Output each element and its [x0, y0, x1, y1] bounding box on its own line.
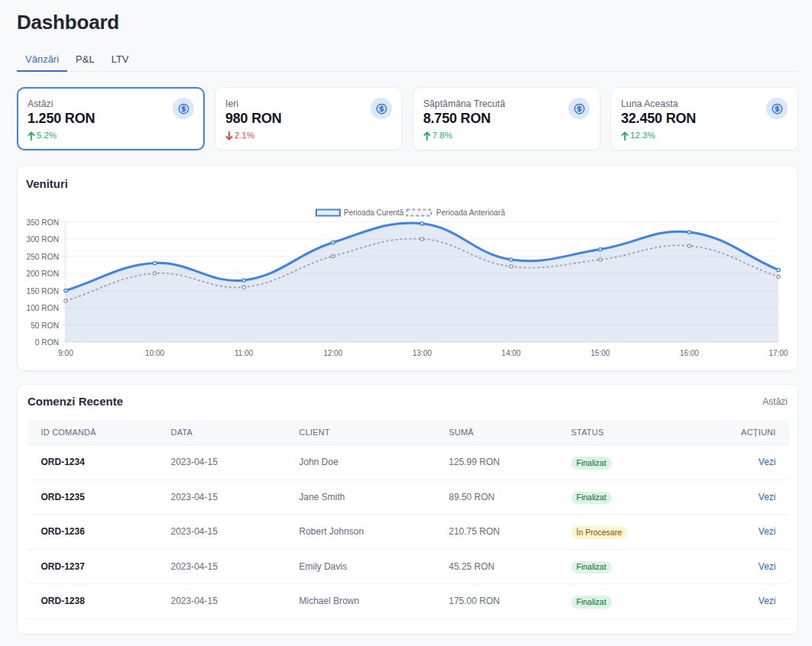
svg-text:17:00: 17:00 [768, 349, 788, 357]
svg-text:9:00: 9:00 [58, 349, 73, 357]
svg-text:100 RON: 100 RON [27, 304, 59, 312]
svg-text:11:00: 11:00 [235, 349, 254, 357]
svg-text:14:00: 14:00 [502, 349, 521, 357]
svg-text:350 RON: 350 RON [27, 218, 59, 227]
svg-text:Perioada Curentă: Perioada Curentă [344, 208, 404, 217]
svg-text:Perioada Anterioară: Perioada Anterioară [436, 208, 505, 217]
svg-text:10:00: 10:00 [145, 349, 164, 357]
svg-text:300 RON: 300 RON [27, 235, 59, 244]
svg-text:250 RON: 250 RON [27, 253, 59, 261]
svg-text:12:00: 12:00 [323, 349, 342, 357]
svg-text:150 RON: 150 RON [27, 287, 59, 296]
svg-text:0 RON: 0 RON [35, 338, 59, 347]
svg-text:200 RON: 200 RON [27, 270, 59, 278]
svg-text:15:00: 15:00 [590, 349, 610, 357]
svg-text:16:00: 16:00 [680, 349, 699, 357]
svg-text:50 RON: 50 RON [31, 321, 59, 330]
svg-text:13:00: 13:00 [412, 349, 432, 357]
